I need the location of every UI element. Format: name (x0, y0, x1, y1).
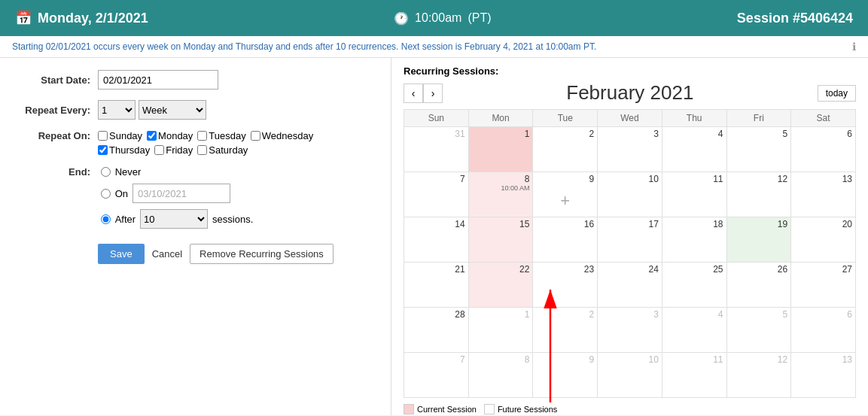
cal-cell[interactable]: 26 (726, 263, 791, 308)
cal-cell[interactable]: 2 (533, 308, 598, 353)
checkbox-thursday-input[interactable] (98, 145, 108, 155)
cal-cell[interactable]: 22 (468, 263, 533, 308)
save-button[interactable]: Save (98, 244, 145, 264)
checkbox-monday[interactable]: Monday (147, 130, 193, 141)
cal-cell[interactable]: 18 (662, 217, 726, 263)
legend-future-label: Future Sessions (498, 405, 557, 414)
cal-cell[interactable]: 1 (468, 127, 533, 172)
cal-cell[interactable]: 10 (598, 172, 662, 217)
repeat-on-checkboxes: Sunday Monday Tuesday Wednesday Thursday… (98, 130, 354, 156)
checkbox-sunday-input[interactable] (98, 131, 108, 141)
calendar-icon: 📅 (15, 10, 32, 26)
cal-cell[interactable]: 1 (468, 308, 533, 353)
cal-cell[interactable]: 6 (791, 127, 856, 172)
cal-cell[interactable]: 5 (726, 308, 791, 353)
checkbox-wednesday-input[interactable] (251, 131, 260, 141)
cal-cell[interactable]: 7 (404, 172, 469, 217)
main-content: Start Date: Repeat Every: 1 2 3 Week Day… (0, 58, 868, 415)
cal-cell[interactable]: 13 (791, 353, 856, 398)
today-button[interactable]: today (818, 85, 856, 102)
col-wed: Wed (598, 110, 662, 127)
cal-cell[interactable]: 9 + (533, 172, 598, 217)
sessions-label: sessions. (212, 214, 253, 225)
cal-cell[interactable]: 28 (404, 308, 469, 353)
on-label: On (115, 188, 128, 199)
cancel-button[interactable]: Cancel (152, 248, 182, 260)
start-date-input[interactable] (98, 70, 218, 90)
start-date-row: Start Date: (15, 70, 376, 90)
on-date-input[interactable] (132, 184, 230, 203)
cal-cell[interactable]: 10 (598, 353, 662, 398)
checkbox-tuesday[interactable]: Tuesday (197, 130, 245, 141)
cal-cell[interactable]: 8 (468, 353, 533, 398)
never-radio[interactable] (101, 167, 111, 177)
legend-future-box (484, 404, 495, 414)
col-mon: Mon (468, 110, 533, 127)
prev-month-button[interactable]: ‹ (404, 84, 423, 103)
cal-cell[interactable]: 11 (662, 172, 726, 217)
cal-cell[interactable]: 8 10:00 AM (468, 172, 533, 217)
repeat-on-label: Repeat On: (15, 130, 98, 141)
col-thu: Thu (662, 110, 726, 127)
repeat-every-row: Repeat Every: 1 2 3 Week Day Month (15, 100, 376, 120)
header-session: Session #5406424 (737, 11, 853, 26)
checkbox-tuesday-input[interactable] (197, 131, 207, 141)
cal-cell[interactable]: 11 (662, 353, 726, 398)
month-title: February 2021 (443, 81, 818, 105)
after-radio[interactable] (101, 214, 111, 224)
cal-cell[interactable]: 7 (404, 353, 469, 398)
after-row: After 10 5 15 sessions. (101, 209, 254, 229)
sessions-select[interactable]: 10 5 15 (140, 209, 208, 229)
cal-cell[interactable]: 2 (533, 127, 598, 172)
cal-cell[interactable]: 13 (791, 172, 856, 217)
end-label: End: (15, 166, 98, 178)
left-panel: Start Date: Repeat Every: 1 2 3 Week Day… (0, 58, 391, 415)
cal-cell[interactable]: 23 (533, 263, 598, 308)
checkbox-saturday[interactable]: Saturday (197, 144, 248, 156)
cal-cell[interactable]: 3 (598, 308, 662, 353)
checkbox-thursday[interactable]: Thursday (98, 144, 150, 156)
checkbox-friday-input[interactable] (154, 145, 164, 155)
checkbox-sunday[interactable]: Sunday (98, 130, 142, 141)
action-bar: Save Cancel Remove Recurring Sessions (15, 244, 376, 264)
header-date: 📅 Monday, 2/1/2021 (15, 10, 148, 26)
legend-current-session: Current Session (404, 404, 477, 414)
checkbox-monday-input[interactable] (147, 131, 157, 141)
cal-cell[interactable]: 4 (662, 308, 726, 353)
cal-cell[interactable]: 16 (533, 217, 598, 263)
never-row: Never (101, 166, 254, 178)
cal-cell[interactable]: 12 (726, 353, 791, 398)
cal-cell[interactable]: 4 (662, 127, 726, 172)
cal-cell[interactable]: 9 (533, 353, 598, 398)
cal-cell[interactable]: 3 (598, 127, 662, 172)
next-month-button[interactable]: › (423, 84, 443, 103)
cal-cell[interactable]: 17 (598, 217, 662, 263)
cal-cell[interactable]: 27 (791, 263, 856, 308)
cal-cell[interactable]: 12 (726, 172, 791, 217)
cal-cell[interactable]: 5 (726, 127, 791, 172)
cal-cell[interactable]: 21 (404, 263, 469, 308)
cal-cell[interactable]: 14 (404, 217, 469, 263)
checkbox-friday[interactable]: Friday (154, 144, 193, 156)
end-options: Never On After 10 5 15 sessions. (101, 166, 254, 229)
right-panel: Recurring Sessions: ‹ › February 2021 to… (391, 58, 868, 415)
col-sun: Sun (404, 110, 469, 127)
recurring-sessions-label: Recurring Sessions: (404, 65, 856, 77)
calendar-nav: ‹ › February 2021 today (404, 81, 856, 105)
cal-cell[interactable]: 25 (662, 263, 726, 308)
checkbox-wednesday[interactable]: Wednesday (251, 130, 313, 141)
cal-cell[interactable]: 20 (791, 217, 856, 263)
repeat-period-select[interactable]: Week Day Month (139, 100, 206, 120)
cal-cell[interactable]: 24 (598, 263, 662, 308)
remove-recurring-button[interactable]: Remove Recurring Sessions (190, 244, 333, 264)
cal-cell[interactable]: 15 (468, 217, 533, 263)
on-radio[interactable] (101, 189, 111, 199)
checkbox-saturday-input[interactable] (197, 145, 207, 155)
start-date-label: Start Date: (15, 74, 98, 86)
cal-cell[interactable]: 31 (404, 127, 469, 172)
repeat-num-select[interactable]: 1 2 3 (98, 100, 136, 120)
cal-cell[interactable]: 6 (791, 308, 856, 353)
col-fri: Fri (726, 110, 791, 127)
repeat-every-controls: 1 2 3 Week Day Month (98, 100, 206, 120)
cal-cell[interactable]: 19 (726, 217, 791, 263)
